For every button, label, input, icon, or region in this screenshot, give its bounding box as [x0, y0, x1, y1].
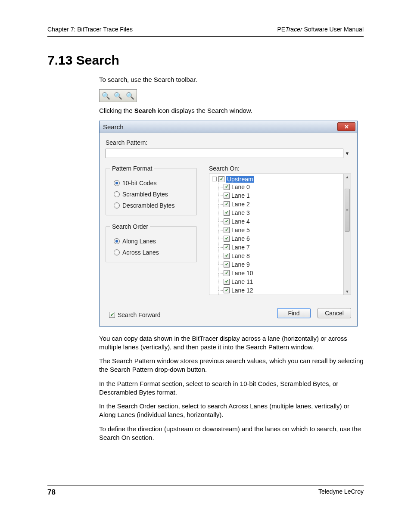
tree-item-lane[interactable]: Lane 10 — [218, 269, 342, 277]
radio-scrambled-bytes[interactable]: Scrambled Bytes — [114, 191, 192, 198]
footer-vendor: Teledyne LeCroy — [318, 488, 364, 497]
search-dialog: Search ✕ Search Pattern: ▼ Pattern Forma… — [99, 121, 358, 327]
tree-item-lane[interactable]: Lane 7 — [218, 243, 342, 252]
checkbox-icon[interactable] — [224, 253, 230, 259]
close-icon: ✕ — [344, 124, 349, 130]
tree-item-label: Lane 1 — [231, 192, 250, 199]
header-right: PETracer Software User Manual — [277, 26, 364, 33]
tree-item-lane[interactable]: Lane 8 — [218, 252, 342, 260]
find-button[interactable]: Find — [277, 308, 311, 318]
pattern-format-legend: Pattern Format — [110, 165, 154, 172]
tree-item-lane[interactable]: Lane 4 — [218, 217, 342, 226]
scroll-up-icon[interactable]: ▲ — [344, 174, 351, 180]
body-para: In the Pattern Format section, select to… — [99, 380, 364, 397]
dialog-close-button[interactable]: ✕ — [337, 122, 355, 131]
checkbox-icon[interactable] — [224, 184, 230, 190]
radio-icon — [114, 249, 120, 255]
radio-icon — [114, 191, 120, 197]
checkbox-icon[interactable] — [224, 287, 230, 293]
body-para: You can copy data shown in the BitTracer… — [99, 334, 364, 352]
tree-item-label: Lane 3 — [231, 209, 250, 216]
radio-10bit-codes[interactable]: 10-bit Codes — [114, 180, 192, 187]
cancel-button[interactable]: Cancel — [318, 308, 351, 318]
tree-item-label: Lane 5 — [231, 227, 250, 233]
tree-item-lane[interactable]: Lane 6 — [218, 234, 342, 243]
search-order-group: Search Order Along Lanes Across Lanes — [106, 223, 197, 262]
tree-item-lane[interactable]: Lane 0 — [218, 183, 342, 191]
intro-line-2: Clicking the Search icon displays the Se… — [99, 106, 364, 115]
tree-item-lane[interactable]: Lane 9 — [218, 260, 342, 269]
tree-item-label: Lane 0 — [231, 184, 250, 190]
checkbox-icon[interactable] — [224, 261, 230, 268]
tree-item-label: Lane 7 — [231, 244, 250, 251]
page-number: 78 — [47, 488, 56, 497]
search-on-tree: − Upstream Lane 0Lane 1Lane 2Lane 3Lane … — [209, 174, 351, 295]
page-header: Chapter 7: BitTracer Trace Files PETrace… — [47, 26, 364, 37]
checkbox-icon[interactable] — [224, 244, 230, 250]
search-pattern-input[interactable] — [106, 149, 343, 158]
checkbox-icon[interactable] — [224, 270, 230, 276]
radio-icon — [114, 180, 120, 186]
checkbox-icon[interactable] — [224, 201, 230, 207]
header-left: Chapter 7: BitTracer Trace Files — [47, 26, 133, 33]
tree-item-label: Lane 8 — [231, 252, 250, 259]
tree-item-label: Lane 12 — [231, 287, 253, 294]
dialog-titlebar: Search ✕ — [100, 121, 357, 133]
tree-item-label: Lane 9 — [231, 261, 250, 268]
scroll-thumb[interactable]: ≡ — [345, 189, 350, 232]
radio-icon — [114, 202, 120, 208]
page-footer: 78 Teledyne LeCroy — [47, 485, 364, 497]
tree-item-label: Lane 2 — [231, 201, 250, 208]
search-pattern-label: Search Pattern: — [106, 139, 351, 146]
radio-icon — [114, 238, 120, 244]
checkbox-icon[interactable] — [224, 279, 230, 285]
search-toolbar-image: 🔍 🔍 🔍 — [99, 89, 137, 102]
radio-across-lanes[interactable]: Across Lanes — [114, 249, 192, 256]
checkbox-icon[interactable] — [218, 176, 224, 182]
tree-item-lane[interactable]: Lane 2 — [218, 200, 342, 208]
intro-line-1: To search, use the Search toolbar. — [99, 75, 364, 84]
tree-item-label: Lane 6 — [231, 235, 250, 242]
checkbox-icon[interactable] — [224, 218, 230, 224]
tree-item-lane[interactable]: Lane 12 — [218, 286, 342, 295]
tree-item-label: Lane 11 — [231, 278, 253, 285]
search-forward-checkbox[interactable]: Search Forward — [109, 311, 161, 318]
collapse-icon[interactable]: − — [212, 177, 217, 181]
tree-scrollbar[interactable]: ▲ ≡ ▼ — [343, 174, 351, 295]
checkbox-icon[interactable] — [224, 210, 230, 216]
search-prev-icon: 🔍 — [113, 91, 123, 100]
radio-descrambled-bytes[interactable]: Descrambled Bytes — [114, 202, 192, 209]
dialog-title: Search — [103, 123, 124, 131]
tree-item-lane[interactable]: Lane 1 — [218, 191, 342, 200]
tree-item-label: Lane 4 — [231, 218, 250, 225]
tree-item-lane[interactable]: Lane 3 — [218, 208, 342, 217]
checkbox-icon[interactable] — [224, 227, 230, 233]
checkbox-icon — [109, 312, 115, 318]
checkbox-icon[interactable] — [224, 193, 230, 199]
search-order-legend: Search Order — [110, 223, 150, 230]
pattern-format-group: Pattern Format 10-bit Codes Scrambled By… — [106, 165, 197, 215]
tree-item-lane[interactable]: Lane 5 — [218, 226, 342, 234]
tree-root-upstream[interactable]: − Upstream — [212, 176, 342, 183]
checkbox-icon[interactable] — [224, 236, 230, 242]
search-next-icon: 🔍 — [125, 91, 135, 100]
radio-along-lanes[interactable]: Along Lanes — [114, 238, 192, 245]
tree-item-label: Lane 10 — [231, 270, 253, 277]
search-icon: 🔍 — [101, 91, 111, 100]
scroll-down-icon[interactable]: ▼ — [344, 289, 351, 295]
body-para: In the Search Order section, select to s… — [99, 402, 364, 420]
section-title: 7.13 Search — [47, 53, 364, 68]
search-pattern-dropdown-button[interactable]: ▼ — [343, 149, 351, 158]
tree-item-lane[interactable]: Lane 11 — [218, 277, 342, 286]
body-para: The Search Pattern window stores previou… — [99, 357, 364, 374]
body-para: To define the direction (upstream or dow… — [99, 425, 364, 442]
search-on-label: Search On: — [209, 165, 351, 172]
